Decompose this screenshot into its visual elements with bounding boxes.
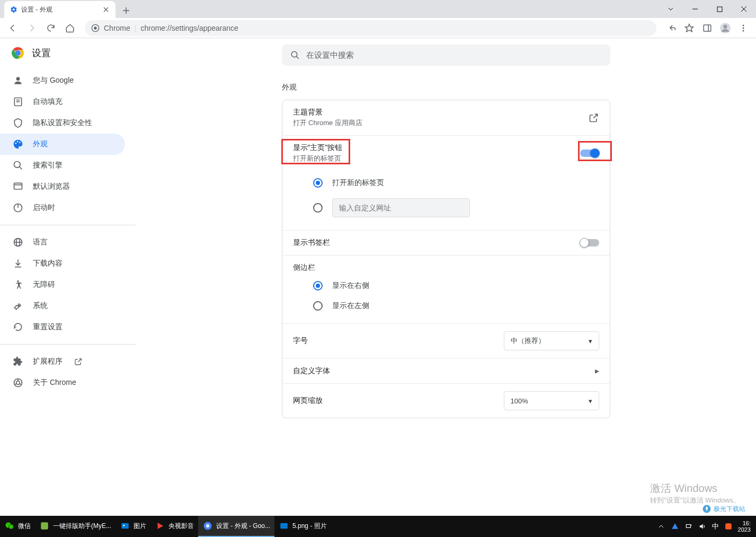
nav-privacy[interactable]: 隐私设置和安全性 — [0, 112, 125, 134]
svg-point-16 — [743, 27, 744, 29]
tray-sogou-icon[interactable] — [724, 522, 733, 531]
svg-rect-51 — [41, 522, 48, 530]
nav-autofill[interactable]: 自动填充 — [0, 91, 125, 112]
svg-marker-10 — [686, 24, 693, 31]
nav-reset[interactable]: 重置设置 — [0, 316, 125, 338]
tray-network-icon[interactable] — [684, 522, 693, 531]
svg-point-25 — [15, 143, 17, 144]
tab-close-button[interactable] — [102, 5, 110, 14]
tray-volume-icon[interactable] — [698, 522, 707, 531]
nav-extensions[interactable]: 扩展程序 — [0, 351, 125, 372]
url-scheme-label: Chrome — [104, 24, 130, 32]
radio-custom-url[interactable] — [313, 193, 599, 223]
taskbar-item-chrome[interactable]: 设置 - 外观 - Goo... — [198, 516, 274, 537]
taskbar-item-myeditor[interactable]: 一键排版助手(MyE... — [35, 516, 115, 537]
svg-point-50 — [9, 524, 14, 529]
maximize-button[interactable] — [707, 0, 732, 18]
radio-unchecked-icon — [313, 203, 323, 213]
svg-point-15 — [743, 24, 744, 26]
settings-sidebar: 设置 您与 Google 自动填充 隐私设置和安全性 外观 搜索引擎 — [0, 38, 136, 516]
svg-point-27 — [19, 142, 21, 143]
settings-search-input[interactable]: 在设置中搜索 — [282, 45, 610, 66]
nav-on-startup[interactable]: 启动时 — [0, 197, 125, 218]
radio-new-tab[interactable]: 打开新的标签页 — [313, 173, 599, 193]
section-title: 外观 — [282, 83, 610, 92]
svg-marker-58 — [672, 523, 678, 529]
nav-downloads[interactable]: 下载内容 — [0, 253, 125, 274]
custom-url-input[interactable] — [332, 198, 470, 217]
minimize-button[interactable] — [683, 0, 707, 18]
taskbar-item-cctv[interactable]: 央视影音 — [150, 516, 198, 537]
home-button-toggle[interactable] — [580, 149, 599, 157]
person-icon — [13, 75, 23, 86]
address-bar[interactable]: Chrome | chrome://settings/appearance — [85, 20, 656, 36]
app-icon — [39, 521, 50, 531]
radio-checked-icon — [313, 281, 323, 290]
ime-indicator[interactable]: 中 — [712, 522, 719, 531]
theme-row[interactable]: 主题背景 打开 Chrome 应用商店 — [282, 100, 610, 135]
nav-system[interactable]: 系统 — [0, 295, 125, 316]
wrench-icon — [13, 301, 23, 311]
taskbar-item-photos[interactable]: 图片 — [115, 516, 150, 537]
menu-dots-icon[interactable] — [735, 20, 752, 37]
external-link-icon — [589, 112, 599, 123]
tray-chevron-up-icon[interactable] — [657, 522, 665, 531]
browser-toolbar: Chrome | chrome://settings/appearance — [0, 18, 756, 38]
nav-appearance[interactable]: 外观 — [0, 134, 125, 155]
svg-rect-52 — [121, 523, 129, 529]
new-tab-button[interactable] — [119, 3, 134, 18]
page-zoom-dropdown[interactable]: 100% ▾ — [504, 391, 599, 410]
nav-you-and-google[interactable]: 您与 Google — [0, 70, 125, 91]
profile-avatar-icon[interactable] — [717, 20, 734, 37]
svg-rect-5 — [717, 7, 722, 12]
radio-sidebar-left[interactable]: 显示在左侧 — [313, 296, 599, 316]
search-icon — [290, 50, 300, 60]
windows-activation-watermark: 激活 Windows 转到"设置"以激活 Windows。 — [650, 481, 740, 505]
back-button[interactable] — [4, 20, 21, 37]
close-window-button[interactable] — [732, 0, 756, 18]
svg-rect-30 — [14, 183, 22, 189]
svg-rect-62 — [725, 523, 732, 530]
bookmarks-bar-row: 显示书签栏 — [282, 230, 610, 255]
home-button-row: 显示"主页"按钮 打开新的标签页 — [282, 135, 610, 171]
svg-point-26 — [17, 141, 19, 143]
svg-point-21 — [16, 77, 20, 81]
svg-rect-57 — [280, 523, 288, 529]
tray-clock[interactable]: 16: 2023 — [738, 520, 751, 533]
svg-point-9 — [94, 27, 96, 29]
forward-button[interactable] — [23, 20, 40, 37]
svg-point-56 — [206, 524, 209, 527]
font-size-dropdown[interactable]: 中（推荐） ▾ — [504, 331, 599, 350]
chevron-right-icon: ▸ — [595, 366, 599, 376]
nav-about-chrome[interactable]: 关于 Chrome — [0, 372, 125, 393]
taskbar-item-wechat[interactable]: 微信 — [0, 516, 35, 537]
chrome-icon — [202, 521, 213, 531]
taskbar-item-photo-file[interactable]: 5.png - 照片 — [274, 516, 331, 537]
chevron-down-icon[interactable] — [659, 0, 683, 18]
url-text: chrome://settings/appearance — [140, 24, 238, 32]
gear-icon — [10, 5, 18, 14]
tray-app-icon[interactable] — [671, 522, 679, 531]
autofill-icon — [13, 96, 23, 107]
radio-sidebar-right[interactable]: 显示在右侧 — [313, 276, 599, 296]
reload-button[interactable] — [42, 20, 59, 37]
nav-languages[interactable]: 语言 — [0, 232, 125, 253]
nav-search-engine[interactable]: 搜索引擎 — [0, 155, 125, 176]
svg-rect-59 — [686, 525, 690, 528]
browser-tab-active[interactable]: 设置 - 外观 — [4, 1, 115, 18]
custom-font-row[interactable]: 自定义字体 ▸ — [282, 358, 610, 383]
sidebar-position-label: 侧边栏 — [282, 255, 610, 276]
share-icon[interactable] — [663, 20, 680, 37]
bookmarks-bar-toggle[interactable] — [580, 239, 599, 247]
bookmark-star-icon[interactable] — [681, 20, 698, 37]
sidebar-radio-group: 显示在右侧 显示在左侧 — [282, 276, 610, 323]
svg-line-48 — [593, 114, 598, 118]
side-panel-icon[interactable] — [699, 20, 716, 37]
svg-line-44 — [20, 384, 21, 385]
download-icon — [13, 258, 23, 269]
photos-icon — [120, 521, 130, 531]
nav-default-browser[interactable]: 默认浏览器 — [0, 176, 125, 197]
nav-accessibility[interactable]: 无障碍 — [0, 274, 125, 295]
settings-main: 在设置中搜索 外观 主题背景 打开 Chrome 应用商店 显示"主页"按钮 — [136, 38, 756, 516]
home-button[interactable] — [61, 20, 78, 37]
